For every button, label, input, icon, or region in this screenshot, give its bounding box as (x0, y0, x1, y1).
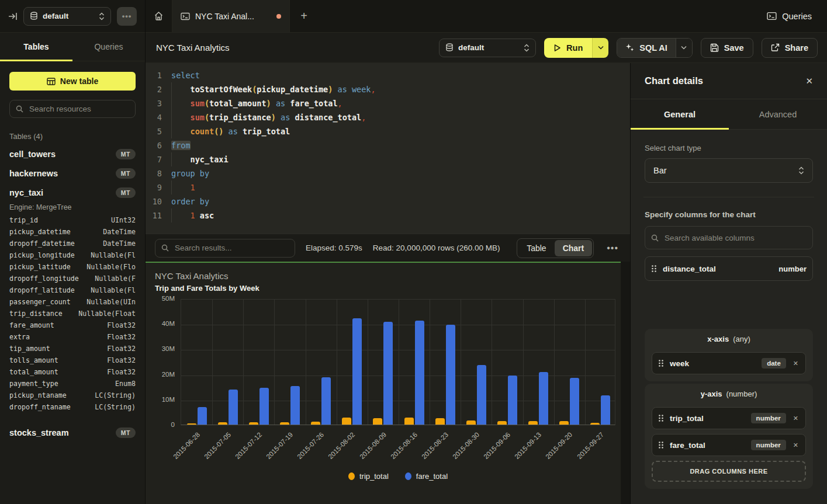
chart-subtitle: Trip and Fare Totals by Week (155, 284, 259, 293)
drag-handle-icon[interactable] (658, 441, 664, 449)
table-row[interactable]: stocks_streamMT (9, 423, 136, 442)
available-column-chip[interactable]: distance_totalnumber (645, 256, 813, 281)
trip_total-bar[interactable] (559, 421, 569, 425)
table-row[interactable]: nyc_taxiMT (9, 183, 136, 202)
drag-handle-icon[interactable] (651, 265, 657, 273)
sidebar-database-value: default (43, 12, 94, 20)
table-row[interactable]: cell_towersMT (9, 144, 136, 164)
y-axis-column-chip[interactable]: trip_totalnumber✕ (652, 407, 806, 429)
remove-icon[interactable]: ✕ (792, 413, 800, 423)
queries-button[interactable]: Queries (752, 0, 827, 32)
collapse-sidebar-icon[interactable] (8, 12, 18, 21)
trip_total-bar[interactable] (404, 418, 414, 425)
query-tab[interactable]: NYC Taxi Anal... (172, 0, 290, 32)
trip_total-bar[interactable] (435, 418, 445, 425)
column-row: pickup_ntanameLC(String) (9, 391, 136, 403)
fare_total-bar[interactable] (477, 365, 486, 425)
code-line: 8group by (146, 166, 630, 180)
fare_total-bar[interactable] (290, 386, 300, 425)
gridline-vertical (492, 300, 492, 425)
column-type: LC(String) (95, 391, 136, 403)
trip_total-bar[interactable] (280, 422, 289, 425)
y-axis-column-chip[interactable]: fare_totalnumber✕ (652, 434, 806, 456)
trip_total-bar[interactable] (249, 422, 258, 425)
code-text: nyc_taxi (162, 152, 229, 166)
home-button[interactable] (146, 0, 172, 32)
results-search (155, 239, 295, 258)
tab-advanced[interactable]: Advanced (729, 99, 827, 129)
x-axis-tick-label: 2015-08-09 (358, 431, 387, 460)
x-axis-column-chip[interactable]: weekdate✕ (652, 352, 806, 374)
trip_total-bar[interactable] (311, 422, 320, 425)
fare_total-bar[interactable] (198, 407, 207, 425)
sidebar-tab-queries[interactable]: Queries (72, 33, 145, 61)
search-icon (651, 234, 659, 242)
trip_total-bar[interactable] (466, 420, 476, 425)
run-button[interactable]: Run (544, 38, 592, 58)
save-button[interactable]: Save (701, 38, 753, 58)
fare_total-bar[interactable] (415, 321, 424, 425)
sql-ai-split-button: SQL AI (617, 38, 693, 58)
results-more-icon[interactable]: ••• (604, 243, 621, 253)
sidebar-database-selector[interactable]: default (23, 7, 111, 26)
sidebar-tab-tables[interactable]: Tables (0, 33, 72, 61)
fare_total-bar[interactable] (259, 388, 269, 425)
table-row[interactable]: hackernewsMT (9, 164, 136, 183)
fare_total-bar[interactable] (508, 376, 517, 425)
fare_total-bar[interactable] (446, 325, 455, 425)
column-row: pickup_datetimeDateTime (9, 228, 136, 239)
run-options-button[interactable] (592, 38, 608, 58)
new-tab-button[interactable]: + (290, 0, 318, 32)
fare_total-bar[interactable] (321, 377, 331, 425)
trip_total-bar[interactable] (373, 418, 382, 425)
new-table-button[interactable]: New table (9, 72, 136, 91)
view-toggle-table[interactable]: Table (518, 240, 554, 256)
trip_total-bar[interactable] (590, 423, 600, 425)
sidebar-search-input[interactable] (28, 104, 129, 114)
fare_total-bar[interactable] (539, 372, 548, 425)
results-search-input[interactable] (174, 243, 289, 253)
fare_total-bar[interactable] (570, 378, 579, 425)
remove-icon[interactable]: ✕ (792, 359, 800, 369)
gridline-horizontal (181, 325, 615, 325)
trip_total-bar[interactable] (342, 418, 351, 425)
y-axis-items: trip_totalnumber✕fare_totalnumber✕ (652, 407, 806, 456)
share-button[interactable]: Share (762, 38, 818, 58)
fare_total-bar[interactable] (601, 395, 610, 425)
code-text: toStartOfWeek(pickup_datetime) as week, (162, 82, 376, 96)
fare_total-bar[interactable] (229, 390, 238, 425)
tab-general[interactable]: General (631, 99, 729, 129)
close-icon[interactable]: ✕ (805, 76, 813, 86)
sql-ai-button[interactable]: SQL AI (617, 39, 676, 57)
x-axis-tick-label: 2015-07-12 (234, 431, 263, 460)
trip_total-bar[interactable] (187, 423, 196, 425)
view-toggle-chart[interactable]: Chart (555, 240, 593, 256)
chart-type-select[interactable]: Bar (645, 158, 813, 183)
sql-ai-options-button[interactable] (676, 39, 692, 57)
column-name: fare_amount (9, 321, 54, 333)
column-type: UInt32 (111, 216, 136, 228)
columns-search-input[interactable] (663, 233, 807, 243)
drag-handle-icon[interactable] (658, 414, 664, 422)
trip_total-bar[interactable] (528, 421, 538, 425)
column-type-badge: date (762, 358, 786, 369)
fare_total-bar[interactable] (383, 322, 393, 425)
legend-item[interactable]: fare_total (405, 472, 448, 481)
fare_total-bar[interactable] (352, 318, 362, 425)
sidebar-more-button[interactable]: ••• (117, 7, 137, 26)
code-line: 1select (146, 68, 630, 82)
query-tab-label: NYC Taxi Anal... (195, 12, 271, 21)
drag-handle-icon[interactable] (658, 359, 664, 367)
y-axis-tick-label: 0 (146, 421, 175, 428)
drop-zone[interactable]: DRAG COLUMNS HERE (652, 461, 806, 482)
column-name: dropoff_longitude (9, 274, 79, 286)
toolbar-database-selector[interactable]: default (439, 39, 536, 57)
sparkles-icon (625, 43, 634, 52)
sql-editor[interactable]: 1select2 toStartOfWeek(pickup_datetime) … (146, 63, 630, 234)
sidebar-header: default ••• (0, 0, 145, 33)
line-number: 7 (146, 152, 162, 166)
trip_total-bar[interactable] (497, 421, 507, 425)
legend-item[interactable]: trip_total (348, 472, 389, 481)
remove-icon[interactable]: ✕ (792, 440, 800, 450)
trip_total-bar[interactable] (218, 422, 227, 425)
